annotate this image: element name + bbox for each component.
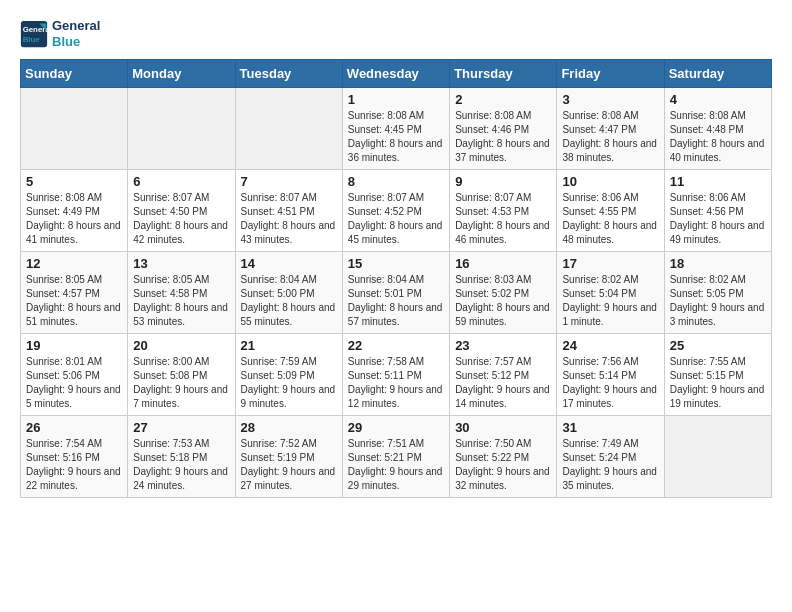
day-info: Sunrise: 8:07 AM Sunset: 4:51 PM Dayligh… (241, 191, 337, 247)
day-number: 28 (241, 420, 337, 435)
day-info: Sunrise: 8:02 AM Sunset: 5:05 PM Dayligh… (670, 273, 766, 329)
calendar-table: SundayMondayTuesdayWednesdayThursdayFrid… (20, 59, 772, 498)
page: General Blue GeneralBlue SundayMondayTue… (0, 0, 792, 516)
day-number: 10 (562, 174, 658, 189)
calendar-cell: 2Sunrise: 8:08 AM Sunset: 4:46 PM Daylig… (450, 88, 557, 170)
calendar-cell: 7Sunrise: 8:07 AM Sunset: 4:51 PM Daylig… (235, 170, 342, 252)
calendar-cell: 9Sunrise: 8:07 AM Sunset: 4:53 PM Daylig… (450, 170, 557, 252)
day-info: Sunrise: 8:08 AM Sunset: 4:46 PM Dayligh… (455, 109, 551, 165)
day-info: Sunrise: 8:08 AM Sunset: 4:48 PM Dayligh… (670, 109, 766, 165)
calendar-cell (128, 88, 235, 170)
weekday-header-sunday: Sunday (21, 60, 128, 88)
day-number: 24 (562, 338, 658, 353)
calendar-cell: 11Sunrise: 8:06 AM Sunset: 4:56 PM Dayli… (664, 170, 771, 252)
logo-line2: Blue (52, 34, 100, 50)
logo-line1: General (52, 18, 100, 34)
weekday-header-saturday: Saturday (664, 60, 771, 88)
calendar-cell: 19Sunrise: 8:01 AM Sunset: 5:06 PM Dayli… (21, 334, 128, 416)
weekday-header-friday: Friday (557, 60, 664, 88)
calendar-cell: 17Sunrise: 8:02 AM Sunset: 5:04 PM Dayli… (557, 252, 664, 334)
day-info: Sunrise: 7:50 AM Sunset: 5:22 PM Dayligh… (455, 437, 551, 493)
week-row-1: 1Sunrise: 8:08 AM Sunset: 4:45 PM Daylig… (21, 88, 772, 170)
day-info: Sunrise: 8:08 AM Sunset: 4:49 PM Dayligh… (26, 191, 122, 247)
day-info: Sunrise: 8:06 AM Sunset: 4:56 PM Dayligh… (670, 191, 766, 247)
day-info: Sunrise: 8:01 AM Sunset: 5:06 PM Dayligh… (26, 355, 122, 411)
logo-text: GeneralBlue (52, 18, 100, 49)
calendar-cell: 5Sunrise: 8:08 AM Sunset: 4:49 PM Daylig… (21, 170, 128, 252)
day-info: Sunrise: 8:00 AM Sunset: 5:08 PM Dayligh… (133, 355, 229, 411)
calendar-cell: 24Sunrise: 7:56 AM Sunset: 5:14 PM Dayli… (557, 334, 664, 416)
calendar-cell: 25Sunrise: 7:55 AM Sunset: 5:15 PM Dayli… (664, 334, 771, 416)
day-info: Sunrise: 7:58 AM Sunset: 5:11 PM Dayligh… (348, 355, 444, 411)
day-info: Sunrise: 7:52 AM Sunset: 5:19 PM Dayligh… (241, 437, 337, 493)
calendar-cell: 30Sunrise: 7:50 AM Sunset: 5:22 PM Dayli… (450, 416, 557, 498)
calendar-cell: 8Sunrise: 8:07 AM Sunset: 4:52 PM Daylig… (342, 170, 449, 252)
calendar-cell: 20Sunrise: 8:00 AM Sunset: 5:08 PM Dayli… (128, 334, 235, 416)
calendar-cell: 18Sunrise: 8:02 AM Sunset: 5:05 PM Dayli… (664, 252, 771, 334)
day-number: 19 (26, 338, 122, 353)
day-number: 26 (26, 420, 122, 435)
day-number: 5 (26, 174, 122, 189)
calendar-cell: 31Sunrise: 7:49 AM Sunset: 5:24 PM Dayli… (557, 416, 664, 498)
day-info: Sunrise: 7:57 AM Sunset: 5:12 PM Dayligh… (455, 355, 551, 411)
day-info: Sunrise: 8:08 AM Sunset: 4:47 PM Dayligh… (562, 109, 658, 165)
day-info: Sunrise: 7:55 AM Sunset: 5:15 PM Dayligh… (670, 355, 766, 411)
calendar-cell: 4Sunrise: 8:08 AM Sunset: 4:48 PM Daylig… (664, 88, 771, 170)
day-number: 18 (670, 256, 766, 271)
day-number: 22 (348, 338, 444, 353)
day-number: 8 (348, 174, 444, 189)
day-number: 31 (562, 420, 658, 435)
day-info: Sunrise: 8:03 AM Sunset: 5:02 PM Dayligh… (455, 273, 551, 329)
day-number: 13 (133, 256, 229, 271)
logo-icon: General Blue (20, 20, 48, 48)
day-info: Sunrise: 7:49 AM Sunset: 5:24 PM Dayligh… (562, 437, 658, 493)
calendar-header: SundayMondayTuesdayWednesdayThursdayFrid… (21, 60, 772, 88)
weekday-row: SundayMondayTuesdayWednesdayThursdayFrid… (21, 60, 772, 88)
day-number: 11 (670, 174, 766, 189)
day-info: Sunrise: 8:05 AM Sunset: 4:57 PM Dayligh… (26, 273, 122, 329)
week-row-3: 12Sunrise: 8:05 AM Sunset: 4:57 PM Dayli… (21, 252, 772, 334)
calendar-cell: 3Sunrise: 8:08 AM Sunset: 4:47 PM Daylig… (557, 88, 664, 170)
day-number: 20 (133, 338, 229, 353)
day-info: Sunrise: 8:05 AM Sunset: 4:58 PM Dayligh… (133, 273, 229, 329)
calendar-cell: 22Sunrise: 7:58 AM Sunset: 5:11 PM Dayli… (342, 334, 449, 416)
calendar-cell: 10Sunrise: 8:06 AM Sunset: 4:55 PM Dayli… (557, 170, 664, 252)
day-number: 6 (133, 174, 229, 189)
day-number: 21 (241, 338, 337, 353)
day-number: 2 (455, 92, 551, 107)
day-number: 25 (670, 338, 766, 353)
day-number: 3 (562, 92, 658, 107)
day-number: 9 (455, 174, 551, 189)
day-info: Sunrise: 8:02 AM Sunset: 5:04 PM Dayligh… (562, 273, 658, 329)
day-info: Sunrise: 7:54 AM Sunset: 5:16 PM Dayligh… (26, 437, 122, 493)
day-number: 7 (241, 174, 337, 189)
day-number: 17 (562, 256, 658, 271)
day-info: Sunrise: 7:51 AM Sunset: 5:21 PM Dayligh… (348, 437, 444, 493)
calendar-cell: 28Sunrise: 7:52 AM Sunset: 5:19 PM Dayli… (235, 416, 342, 498)
calendar-cell: 1Sunrise: 8:08 AM Sunset: 4:45 PM Daylig… (342, 88, 449, 170)
calendar-cell: 27Sunrise: 7:53 AM Sunset: 5:18 PM Dayli… (128, 416, 235, 498)
day-number: 12 (26, 256, 122, 271)
day-number: 16 (455, 256, 551, 271)
calendar-cell: 26Sunrise: 7:54 AM Sunset: 5:16 PM Dayli… (21, 416, 128, 498)
calendar-cell (664, 416, 771, 498)
calendar-body: 1Sunrise: 8:08 AM Sunset: 4:45 PM Daylig… (21, 88, 772, 498)
day-info: Sunrise: 7:56 AM Sunset: 5:14 PM Dayligh… (562, 355, 658, 411)
day-number: 15 (348, 256, 444, 271)
day-info: Sunrise: 8:07 AM Sunset: 4:50 PM Dayligh… (133, 191, 229, 247)
calendar-cell: 14Sunrise: 8:04 AM Sunset: 5:00 PM Dayli… (235, 252, 342, 334)
header: General Blue GeneralBlue (20, 18, 772, 49)
logo: General Blue GeneralBlue (20, 18, 100, 49)
svg-text:Blue: Blue (23, 34, 41, 43)
weekday-header-tuesday: Tuesday (235, 60, 342, 88)
day-info: Sunrise: 8:04 AM Sunset: 5:00 PM Dayligh… (241, 273, 337, 329)
calendar-cell: 21Sunrise: 7:59 AM Sunset: 5:09 PM Dayli… (235, 334, 342, 416)
calendar-cell: 16Sunrise: 8:03 AM Sunset: 5:02 PM Dayli… (450, 252, 557, 334)
calendar-cell (21, 88, 128, 170)
day-number: 4 (670, 92, 766, 107)
day-number: 30 (455, 420, 551, 435)
day-info: Sunrise: 8:04 AM Sunset: 5:01 PM Dayligh… (348, 273, 444, 329)
day-number: 27 (133, 420, 229, 435)
day-info: Sunrise: 8:06 AM Sunset: 4:55 PM Dayligh… (562, 191, 658, 247)
calendar-cell: 6Sunrise: 8:07 AM Sunset: 4:50 PM Daylig… (128, 170, 235, 252)
